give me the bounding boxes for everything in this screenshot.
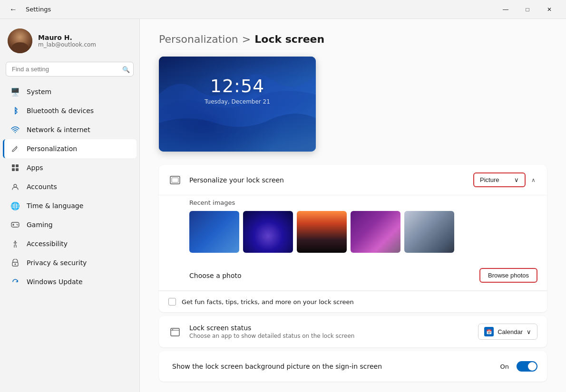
recent-images-section: Recent images <box>159 195 547 260</box>
lock-status-row: Lock screen status Choose an app to show… <box>159 316 547 347</box>
titlebar-left: ← Settings <box>6 3 51 16</box>
browse-photos-button[interactable]: Browse photos <box>479 268 537 283</box>
lock-screen-preview: 12:54 Tuesday, December 21 <box>159 57 316 152</box>
choose-photo-content: Choose a photo <box>189 272 472 279</box>
sign-in-toggle[interactable] <box>517 361 537 372</box>
privacy-icon <box>10 258 20 268</box>
sidebar-label-accounts: Accounts <box>27 183 57 191</box>
sidebar-label-time: Time & language <box>27 202 83 210</box>
breadcrumb: Personalization > Lock screen <box>159 33 547 45</box>
sidebar-label-system: System <box>27 88 51 96</box>
svg-rect-1 <box>12 164 15 167</box>
svg-point-0 <box>15 132 16 133</box>
lock-status-panel: Lock screen status Choose an app to show… <box>159 316 547 347</box>
image-thumb-3[interactable] <box>297 211 347 253</box>
sidebar-label-apps: Apps <box>27 164 43 172</box>
image-thumb-2[interactable] <box>243 211 293 253</box>
choose-photo-control: Browse photos <box>479 268 537 283</box>
sidebar-item-bluetooth[interactable]: Bluetooth & devices <box>3 101 137 120</box>
sidebar-item-apps[interactable]: Apps <box>3 158 137 177</box>
sidebar-item-update[interactable]: Windows Update <box>3 272 137 291</box>
update-icon <box>10 277 20 287</box>
user-email: m_lab@outlook.com <box>38 41 96 48</box>
back-button[interactable]: ← <box>6 3 21 16</box>
breadcrumb-current: Lock screen <box>254 33 324 45</box>
sidebar: Mauro H. m_lab@outlook.com 🔍 🖥️ System B… <box>0 19 140 392</box>
apps-icon <box>10 163 20 172</box>
fun-facts-checkbox[interactable] <box>168 298 176 306</box>
image-thumb-4[interactable] <box>351 211 400 253</box>
svg-rect-17 <box>171 328 179 336</box>
personalize-dropdown[interactable]: Picture ∨ <box>473 172 526 187</box>
lock-status-control: 📅 Calendar ∨ <box>478 324 537 340</box>
toggle-label: On <box>500 363 509 370</box>
svg-rect-2 <box>16 164 19 167</box>
sign-in-content: Show the lock screen background picture … <box>168 363 493 370</box>
titlebar-controls: — □ ✕ <box>495 0 560 19</box>
recent-images-label: Recent images <box>189 199 537 206</box>
close-button[interactable]: ✕ <box>538 0 560 19</box>
search-input[interactable] <box>6 62 134 76</box>
maximize-button[interactable]: □ <box>517 0 538 19</box>
dropdown-value: Picture <box>480 176 499 183</box>
image-thumb-1[interactable] <box>189 211 239 253</box>
sidebar-item-gaming[interactable]: Gaming <box>3 215 137 234</box>
choose-photo-title: Choose a photo <box>189 272 472 279</box>
user-profile[interactable]: Mauro H. m_lab@outlook.com <box>0 24 139 62</box>
sidebar-item-accounts[interactable]: Accounts <box>3 177 137 196</box>
network-icon <box>10 125 20 134</box>
sidebar-item-privacy[interactable]: Privacy & security <box>3 253 137 272</box>
sign-in-row: Show the lock screen background picture … <box>159 351 547 382</box>
bluetooth-icon <box>10 106 20 115</box>
lock-status-dropdown[interactable]: 📅 Calendar ∨ <box>478 324 537 340</box>
sidebar-item-system[interactable]: 🖥️ System <box>3 82 137 101</box>
svg-rect-3 <box>12 168 15 171</box>
dropdown-chevron: ∨ <box>514 176 519 183</box>
user-info: Mauro H. m_lab@outlook.com <box>38 34 96 48</box>
svg-rect-4 <box>16 168 19 171</box>
sign-in-control: On <box>500 361 537 372</box>
svg-point-11 <box>18 225 19 226</box>
svg-point-14 <box>15 264 16 265</box>
main-content: Personalization > Lock screen 12:54 Tues… <box>140 19 566 392</box>
breadcrumb-separator: > <box>242 33 251 45</box>
sidebar-label-network: Network & internet <box>27 126 90 134</box>
personalize-row: Personalize your lock screen Picture ∨ ∧ <box>159 165 547 195</box>
sidebar-item-time[interactable]: 🌐 Time & language <box>3 196 137 215</box>
time-icon: 🌐 <box>10 201 20 210</box>
personalize-title: Personalize your lock screen <box>189 176 466 184</box>
sidebar-item-personalization[interactable]: Personalization <box>3 139 137 158</box>
sidebar-label-bluetooth: Bluetooth & devices <box>27 107 94 115</box>
titlebar-title: Settings <box>26 6 51 13</box>
user-name: Mauro H. <box>38 34 96 41</box>
system-icon: 🖥️ <box>10 87 20 96</box>
lock-status-subtitle: Choose an app to show detailed status on… <box>189 333 470 339</box>
sidebar-item-accessibility[interactable]: Accessibility <box>3 234 137 253</box>
images-row <box>189 211 537 253</box>
sign-in-panel: Show the lock screen background picture … <box>159 351 547 382</box>
svg-point-5 <box>14 184 17 187</box>
sidebar-label-update: Windows Update <box>27 278 83 286</box>
svg-rect-18 <box>172 329 173 330</box>
sidebar-label-gaming: Gaming <box>27 221 53 229</box>
sidebar-item-network[interactable]: Network & internet <box>3 120 137 139</box>
fun-facts-label: Get fun facts, tips, tricks, and more on… <box>182 298 354 306</box>
avatar-body-shape <box>11 42 29 53</box>
app-body: Mauro H. m_lab@outlook.com 🔍 🖥️ System B… <box>0 19 566 392</box>
sidebar-label-personalization: Personalization <box>27 145 77 153</box>
titlebar: ← Settings — □ ✕ <box>0 0 566 19</box>
minimize-button[interactable]: — <box>495 0 517 19</box>
lock-status-icon <box>168 325 182 338</box>
image-thumb-5[interactable] <box>404 211 454 253</box>
svg-point-10 <box>17 224 18 225</box>
svg-point-12 <box>15 241 16 242</box>
avatar-image <box>8 29 32 53</box>
lock-date: Tuesday, December 21 <box>159 98 316 105</box>
accounts-icon <box>10 182 20 191</box>
panel-collapse-button[interactable]: ∧ <box>529 175 537 185</box>
avatar <box>8 29 32 53</box>
personalize-icon <box>168 173 182 187</box>
calendar-chevron: ∨ <box>527 328 531 335</box>
choose-photo-icon <box>168 269 182 282</box>
lock-status-title: Lock screen status <box>189 324 470 332</box>
